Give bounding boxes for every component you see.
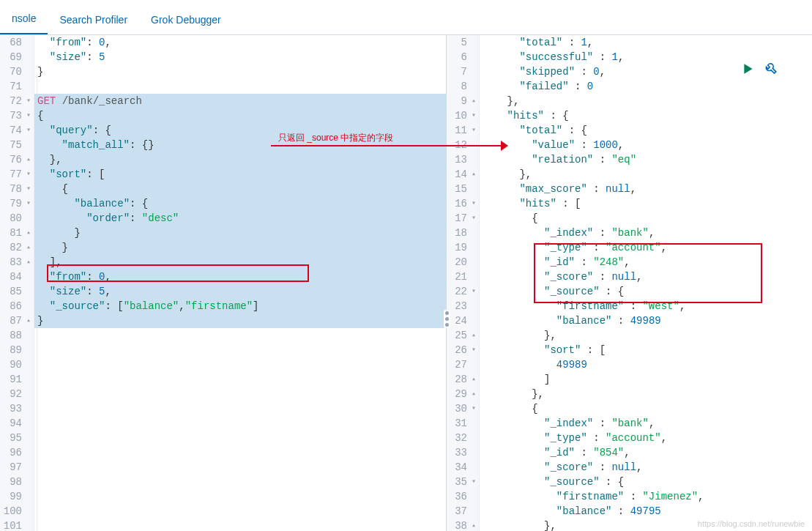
watermark: https://blog.csdn.net/runewbie <box>698 519 805 528</box>
line-gutter-left: 68 69 70 71 72▾ 73▾ 74▾ 75 76▴ 77▾ 78▾ 7… <box>0 35 34 531</box>
line-gutter-right: 5 6 7 8 9▴ 10▾ 11▾ 12 13 14▴ 15 16▾ 17▾ … <box>447 35 480 531</box>
panel-divider[interactable] <box>446 35 447 531</box>
response-panel: 5 6 7 8 9▴ 10▾ 11▾ 12 13 14▴ 15 16▾ 17▾ … <box>447 35 812 531</box>
request-editor-panel: 68 69 70 71 72▾ 73▾ 74▾ 75 76▴ 77▾ 78▾ 7… <box>0 35 446 531</box>
tab-search-profiler[interactable]: Search Profiler <box>48 5 139 34</box>
request-editor[interactable]: "from": 0, "size": 5}GET /bank/_search{ … <box>34 35 446 531</box>
tab-console[interactable]: nsole <box>0 4 48 34</box>
response-viewer[interactable]: "total" : 1, "successful" : 1, "skipped"… <box>480 35 812 531</box>
tab-grok-debugger[interactable]: Grok Debugger <box>139 5 233 34</box>
wrench-icon[interactable] <box>764 62 777 78</box>
play-icon[interactable] <box>742 62 755 78</box>
drag-handle-icon[interactable] <box>444 310 450 328</box>
dev-tools-tabs: nsole Search Profiler Grok Debugger <box>0 0 812 35</box>
